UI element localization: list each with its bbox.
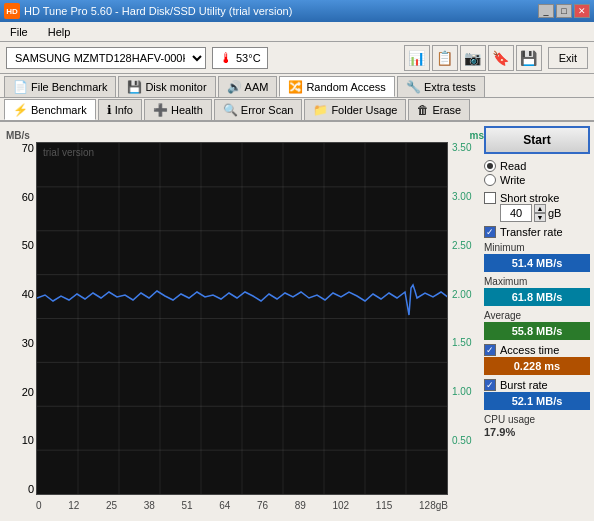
- toolbar-btn-1[interactable]: 📊: [404, 45, 430, 71]
- y-right-200: 2.00: [452, 289, 471, 300]
- menu-file[interactable]: File: [4, 24, 34, 40]
- short-stroke-label: Short stroke: [500, 192, 559, 204]
- stat-minimum: Minimum 51.4 MB/s: [484, 242, 590, 272]
- x-axis: 0 12 25 38 51 64 76 89 102 115 128gB: [36, 500, 448, 511]
- menu-bar: File Help: [0, 22, 594, 42]
- x-128: 128gB: [419, 500, 448, 511]
- tab-erase[interactable]: 🗑 Erase: [408, 99, 470, 120]
- y-right-050: 0.50: [452, 435, 471, 446]
- tab-benchmark[interactable]: ⚡ Benchmark: [4, 99, 96, 120]
- error-scan-icon: 🔍: [223, 103, 238, 117]
- tab-random-access[interactable]: 🔀 Random Access: [279, 76, 394, 97]
- stat-burst-rate-value: 52.1 MB/s: [484, 392, 590, 410]
- stat-maximum-label: Maximum: [484, 276, 590, 287]
- toolbar-btn-3[interactable]: 📷: [460, 45, 486, 71]
- right-panel: Start Read Write Short stroke 40 ▲ ▼: [484, 122, 594, 521]
- temperature-display: 🌡 53°C: [212, 47, 268, 69]
- access-time-checkbox[interactable]: ✓ Access time: [484, 344, 590, 356]
- toolbar-icons: 📊 📋 📷 🔖 💾: [404, 45, 542, 71]
- y-right-0: [452, 484, 455, 495]
- info-icon: ℹ: [107, 103, 112, 117]
- x-38: 38: [144, 500, 155, 511]
- stat-average-label: Average: [484, 310, 590, 321]
- y-axis-left: 70 60 50 40 30 20 10 0: [6, 142, 34, 495]
- toolbar-btn-5[interactable]: 💾: [516, 45, 542, 71]
- toolbar-btn-2[interactable]: 📋: [432, 45, 458, 71]
- x-89: 89: [295, 500, 306, 511]
- device-select[interactable]: SAMSUNG MZMTD128HAFV-000H1 (128...: [6, 47, 206, 69]
- stat-cpu-usage: CPU usage 17.9%: [484, 414, 590, 438]
- title-bar-text: HD Tune Pro 5.60 - Hard Disk/SSD Utility…: [24, 5, 292, 17]
- read-write-radio-group: Read Write: [484, 158, 590, 188]
- y-axis-right: 3.50 3.00 2.50 2.00 1.50 1.00 0.50: [450, 142, 484, 495]
- y-left-70: 70: [22, 142, 34, 154]
- y-axis-left-label: MB/s: [6, 130, 30, 141]
- tab-info[interactable]: ℹ Info: [98, 99, 142, 120]
- tab-file-benchmark[interactable]: 📄 File Benchmark: [4, 76, 116, 97]
- burst-rate-label: Burst rate: [500, 379, 548, 391]
- close-button[interactable]: ✕: [574, 4, 590, 18]
- stroke-spin-down[interactable]: ▼: [534, 213, 546, 222]
- radio-write-label: Write: [500, 174, 525, 186]
- y-left-40: 40: [22, 288, 34, 300]
- disk-monitor-icon: 💾: [127, 80, 142, 94]
- maximize-button[interactable]: □: [556, 4, 572, 18]
- tab-bar-1: 📄 File Benchmark 💾 Disk monitor 🔊 AAM 🔀 …: [0, 74, 594, 98]
- cpu-usage-value: 17.9%: [484, 426, 590, 438]
- transfer-rate-check-indicator: ✓: [484, 226, 496, 238]
- main-content: MB/s 70 60 50 40 30 20 10 0 trial versio…: [0, 122, 594, 521]
- x-25: 25: [106, 500, 117, 511]
- y-right-150: 1.50: [452, 337, 471, 348]
- stroke-spin-up[interactable]: ▲: [534, 204, 546, 213]
- radio-read[interactable]: Read: [484, 160, 590, 172]
- chart-svg-area: trial version: [36, 142, 448, 495]
- access-time-label: Access time: [500, 344, 559, 356]
- temperature-value: 53°C: [236, 52, 261, 64]
- stroke-value-input[interactable]: 40: [500, 204, 532, 222]
- radio-read-indicator: [484, 160, 496, 172]
- start-button[interactable]: Start: [484, 126, 590, 154]
- exit-button[interactable]: Exit: [548, 47, 588, 69]
- x-76: 76: [257, 500, 268, 511]
- x-0: 0: [36, 500, 42, 511]
- thermometer-icon: 🌡: [219, 50, 233, 66]
- x-12: 12: [68, 500, 79, 511]
- tab-health[interactable]: ➕ Health: [144, 99, 212, 120]
- y-right-350: 3.50: [452, 142, 471, 153]
- stat-maximum: Maximum 61.8 MB/s: [484, 276, 590, 306]
- short-stroke-checkbox[interactable]: Short stroke: [484, 192, 590, 204]
- y-left-20: 20: [22, 386, 34, 398]
- y-left-30: 30: [22, 337, 34, 349]
- stat-access-time: ✓ Access time 0.228 ms: [484, 344, 590, 375]
- tab-aam[interactable]: 🔊 AAM: [218, 76, 278, 97]
- tab-disk-monitor[interactable]: 💾 Disk monitor: [118, 76, 215, 97]
- tab-folder-usage[interactable]: 📁 Folder Usage: [304, 99, 406, 120]
- tab-error-scan[interactable]: 🔍 Error Scan: [214, 99, 303, 120]
- aam-icon: 🔊: [227, 80, 242, 94]
- title-bar: HD HD Tune Pro 5.60 - Hard Disk/SSD Util…: [0, 0, 594, 22]
- minimize-button[interactable]: _: [538, 4, 554, 18]
- stat-average-value: 55.8 MB/s: [484, 322, 590, 340]
- radio-write-indicator: [484, 174, 496, 186]
- stat-maximum-value: 61.8 MB/s: [484, 288, 590, 306]
- erase-icon: 🗑: [417, 103, 429, 117]
- transfer-rate-checkbox[interactable]: ✓ Transfer rate: [484, 226, 590, 238]
- tab-bar-2: ⚡ Benchmark ℹ Info ➕ Health 🔍 Error Scan…: [0, 98, 594, 122]
- y-right-250: 2.50: [452, 240, 471, 251]
- stat-minimum-label: Minimum: [484, 242, 590, 253]
- x-51: 51: [181, 500, 192, 511]
- tab-extra-tests[interactable]: 🔧 Extra tests: [397, 76, 485, 97]
- y-right-100: 1.00: [452, 386, 471, 397]
- device-bar: SAMSUNG MZMTD128HAFV-000H1 (128... 🌡 53°…: [0, 42, 594, 74]
- radio-write[interactable]: Write: [484, 174, 590, 186]
- menu-help[interactable]: Help: [42, 24, 77, 40]
- radio-read-label: Read: [500, 160, 526, 172]
- stroke-spinners: ▲ ▼: [534, 204, 546, 222]
- title-bar-controls: _ □ ✕: [538, 4, 590, 18]
- burst-rate-checkbox[interactable]: ✓ Burst rate: [484, 379, 590, 391]
- toolbar-btn-4[interactable]: 🔖: [488, 45, 514, 71]
- y-left-0: 0: [28, 483, 34, 495]
- x-64: 64: [219, 500, 230, 511]
- y-left-50: 50: [22, 239, 34, 251]
- y-left-60: 60: [22, 191, 34, 203]
